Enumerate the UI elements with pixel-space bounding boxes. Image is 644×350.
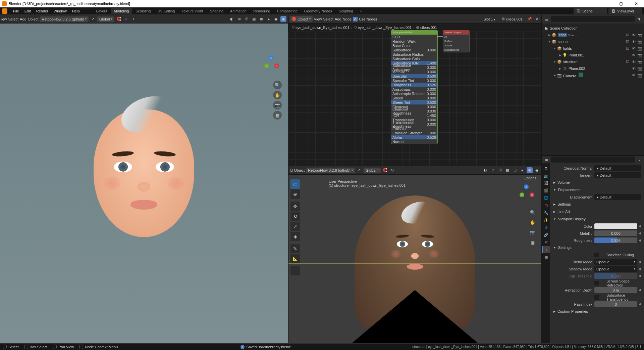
ws-scripting[interactable]: Scripting bbox=[335, 8, 357, 14]
overlay-toggle-icon[interactable]: ◐ bbox=[229, 16, 235, 22]
retopo-dropdown[interactable]: RetopoFlow 3.2.6 (github) ▾ bbox=[40, 16, 89, 22]
tree-row[interactable]: ▶💡Point.001👁📷 bbox=[542, 52, 644, 58]
node-row[interactable]: Sheen0.000 bbox=[391, 96, 437, 100]
vp-menu-view[interactable]: iew bbox=[1, 17, 7, 21]
node-row[interactable]: Specular Tint0.000 bbox=[391, 78, 437, 83]
slot-dropdown[interactable]: Slot 1 ▾ bbox=[481, 16, 498, 22]
tab-material[interactable]: ● bbox=[542, 246, 550, 253]
tab-viewlayer[interactable]: 🖼 bbox=[542, 179, 550, 187]
node-material-output[interactable]: aterial Output All Surface Volume Displa… bbox=[443, 30, 470, 52]
tab-data[interactable]: ▽ bbox=[542, 238, 550, 246]
tab-constraints[interactable]: 🔗 bbox=[542, 231, 550, 238]
scene-selector[interactable]: 🎬 Scene bbox=[574, 8, 607, 14]
tab-world[interactable]: 🌐 bbox=[542, 194, 550, 202]
panel-custom-props[interactable]: ▶Custom Properties bbox=[553, 308, 641, 315]
vp2-nav-persp-icon[interactable]: ▦ bbox=[528, 238, 537, 247]
butterfly-icon[interactable]: ⌖ bbox=[130, 16, 137, 22]
snap-icon[interactable]: 🧲 bbox=[116, 16, 122, 22]
shade-wire-icon[interactable]: ⊞ bbox=[258, 16, 264, 22]
ne-menu-add[interactable]: Add bbox=[335, 17, 341, 21]
blend-mode-field[interactable]: Opaque▾ bbox=[594, 259, 637, 265]
tree-row[interactable]: ▶📷Camera 👁📷 bbox=[542, 72, 644, 79]
vp2-nav-gizmo[interactable]: ZYX bbox=[516, 184, 536, 205]
minimize-button[interactable]: — bbox=[598, 0, 613, 7]
sss-trans-checkbox[interactable] bbox=[594, 295, 599, 300]
close-button[interactable]: ✕ bbox=[629, 0, 644, 7]
tab-object[interactable]: ▢ bbox=[542, 202, 550, 209]
menu-edit[interactable]: Edit bbox=[22, 8, 33, 14]
maximize-button[interactable]: ▢ bbox=[613, 0, 629, 7]
tab-modifiers[interactable]: 🔧 bbox=[542, 209, 550, 216]
roughness-field[interactable]: 0.526 bbox=[594, 237, 637, 243]
tree-row[interactable]: ▼📦scene☑👁📷 bbox=[542, 38, 644, 45]
material-dropdown[interactable]: cileos.001 bbox=[499, 16, 525, 22]
shade-render-icon[interactable]: ◉ bbox=[280, 16, 286, 22]
menu-render[interactable]: Render bbox=[34, 8, 51, 14]
viewlayer-selector[interactable]: 🖼 ViewLayer bbox=[608, 8, 642, 14]
outliner-root[interactable]: Scene Collection bbox=[550, 26, 578, 30]
ws-add[interactable]: + bbox=[357, 8, 365, 14]
nav-pan-icon[interactable]: ✋ bbox=[273, 91, 282, 99]
ws-modeling[interactable]: Modeling bbox=[111, 8, 132, 14]
props-search[interactable] bbox=[551, 157, 635, 163]
vp-menu-add[interactable]: Add bbox=[20, 17, 26, 21]
tab-render[interactable]: ⚙ bbox=[542, 165, 550, 172]
node-row[interactable]: Normal bbox=[391, 139, 437, 144]
node-row[interactable]: Subsurface0.000 bbox=[391, 48, 437, 52]
pass-index-field[interactable]: 0 bbox=[594, 301, 637, 307]
mat-close-icon[interactable]: ✕ bbox=[534, 16, 540, 22]
pivot-icon[interactable]: ⊙ bbox=[123, 16, 129, 22]
node-row[interactable]: Subsurface Anisotropy0.000 bbox=[391, 65, 437, 70]
tree-row[interactable]: ▼📦lights☑👁📷 bbox=[542, 45, 644, 52]
displacement-field[interactable]: ● Default bbox=[594, 194, 641, 200]
node-row[interactable]: Transmission Roughness0.000 bbox=[391, 122, 437, 126]
node-row[interactable]: Specular0.500 bbox=[391, 74, 437, 78]
panel-settings2[interactable]: ▼Settings bbox=[553, 244, 641, 251]
ws-geonodes[interactable]: Geometry Nodes bbox=[301, 8, 335, 14]
node-mode[interactable]: 🔴 Object ▾ bbox=[290, 16, 313, 22]
node-row[interactable]: Anisotropic0.000 bbox=[391, 87, 437, 91]
vp-menu-select[interactable]: Select bbox=[8, 17, 19, 21]
node-principled-bsdf[interactable]: Principled BSDF GGXRandom WalkBase Color… bbox=[391, 30, 438, 144]
node-row[interactable]: Subsurface Radius bbox=[391, 52, 437, 56]
xray-icon[interactable]: ▦ bbox=[251, 16, 257, 22]
tab-physics[interactable]: ⊚ bbox=[542, 224, 550, 231]
panel-viewport-display[interactable]: ▼Viewport Display bbox=[553, 215, 641, 223]
refraction-depth-field[interactable]: 0 m bbox=[594, 287, 637, 293]
ws-sculpting[interactable]: Sculpting bbox=[132, 8, 154, 14]
node-row[interactable]: Alpha0.528 bbox=[391, 135, 437, 139]
ws-rendering[interactable]: Rendering bbox=[250, 8, 274, 14]
node-canvas[interactable]: Principled BSDF GGXRandom WalkBase Color… bbox=[288, 32, 541, 166]
ws-animation[interactable]: Animation bbox=[227, 8, 250, 14]
nav-zoom-icon[interactable]: 🔍 bbox=[273, 81, 282, 89]
orientation-icon[interactable]: ↗ bbox=[90, 16, 96, 22]
blender-logo-icon[interactable] bbox=[2, 8, 7, 14]
ws-compositing[interactable]: Compositing bbox=[274, 8, 301, 14]
tab-scene[interactable]: 🎬 bbox=[542, 187, 550, 194]
nav-gizmo[interactable]: ZYX bbox=[261, 55, 281, 76]
node-row[interactable]: Anisotropic Rotation0.000 bbox=[391, 91, 437, 96]
tree-row[interactable]: ▶📦char ▽▿◂▭▭☑👁📷 bbox=[542, 32, 644, 38]
node-row[interactable]: Random Walk bbox=[391, 39, 437, 43]
use-nodes-checkbox[interactable]: ✓ bbox=[353, 17, 358, 21]
ws-texpaint[interactable]: Texture Paint bbox=[178, 8, 206, 14]
outliner-filter-icon[interactable]: ▼ bbox=[636, 16, 642, 22]
panel-displacement[interactable]: ▼Displacement bbox=[553, 186, 641, 193]
panel-settings[interactable]: ▶Settings bbox=[553, 201, 641, 208]
vp2-nav-zoom-icon[interactable]: 🔍 bbox=[528, 208, 537, 217]
backface-checkbox[interactable] bbox=[594, 253, 599, 257]
node-row[interactable]: Clearcoat Roughness0.030 bbox=[391, 109, 437, 113]
ne-menu-select[interactable]: Select bbox=[323, 17, 333, 21]
nav-camera-icon[interactable]: 📷 bbox=[273, 101, 282, 110]
ws-uv[interactable]: UV Editing bbox=[154, 8, 178, 14]
ssr-checkbox[interactable] bbox=[594, 281, 599, 286]
ws-shading[interactable]: Shading bbox=[207, 8, 227, 14]
mat-pin-icon[interactable]: 📌 bbox=[527, 16, 533, 22]
tree-row[interactable]: ▶▽Plane.002👁📷 bbox=[542, 65, 644, 72]
shade-solid-icon[interactable]: ● bbox=[266, 16, 272, 22]
menu-file[interactable]: File bbox=[11, 8, 21, 14]
node-row[interactable]: Sheen Tint0.500 bbox=[391, 100, 437, 104]
props-options-icon[interactable]: ⋮ bbox=[636, 157, 642, 163]
viewport-left-canvas[interactable]: ZYX 🔍 ✋ 📷 ▦ bbox=[0, 24, 288, 343]
node-row[interactable]: Roughness0.526 bbox=[391, 83, 437, 87]
